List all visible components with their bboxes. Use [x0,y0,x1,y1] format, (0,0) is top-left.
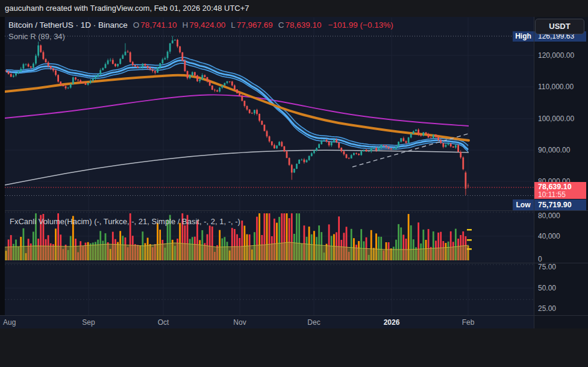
indicator-legend-sonic-r[interactable]: Sonic R (89, 34) [8,32,65,41]
price-axis-label: 50.00 [538,284,556,292]
sonicr-dragon-fill [6,57,468,152]
attribution-text: gaucuhanh created with TradingView.com, … [5,4,249,13]
price-axis-label: 110,000.00 [538,83,574,91]
time-axis-label: Feb [462,318,475,327]
change-value: −101.99 (−0.13%) [328,20,393,30]
time-axis-label: Oct [158,318,169,327]
symbol-title[interactable]: Bitcoin / TetherUS · 1D · Binance [8,20,128,30]
high-label-badge: High [513,31,534,42]
time-axis-label: 2026 [384,318,400,327]
price-axis-label: 100,000.00 [538,114,574,123]
ohlc-letter: O [133,20,140,30]
attribution-bar: gaucuhanh created with TradingView.com, … [0,0,588,17]
low-label-badge: Low [513,199,534,210]
time-axis-label: Dec [307,318,320,327]
long-ma-line [5,150,469,185]
ohlc-letter: L [231,20,236,30]
chart-canvas[interactable] [0,0,588,367]
indicator-legend-volume[interactable]: FxCanli Volume(Hacim) (-, Turkce, -, 21,… [10,217,240,226]
tradingview-chart-screenshot: gaucuhanh created with TradingView.com, … [0,0,588,367]
price-axis-label: 75.00 [538,263,556,271]
bar-countdown: 10:11:55 [538,191,586,199]
currency-toggle-button[interactable]: USDT [535,19,584,34]
volume-level-mark [467,248,472,250]
time-axis-label: Nov [233,318,246,327]
time-axis-label: Aug [3,318,16,327]
ohlc-letter: H [182,20,188,30]
grid-lines [5,17,534,315]
footer-bar: TradingView ❖ @ Hathuy [0,328,588,367]
main-pane [5,36,469,195]
time-axis-label: Sep [82,318,95,327]
ohlc-letter: C [278,20,284,30]
ohlc-value: 78,639.10 [286,20,322,30]
ohlc-value: 79,424.00 [189,20,225,30]
ema89-line [5,75,469,140]
price-axis-label: 120,000.00 [538,51,574,60]
price-axis-label: 25.00 [538,304,556,313]
price-axis-label: 0 [538,255,542,263]
price-level-lines [5,36,534,196]
candles-layer [5,36,469,195]
last-price-badge: 78,639.10 10:11:55 [534,182,586,199]
price-axis-label: 40,000 [538,232,560,240]
ohlc-value: 77,967.69 [237,20,273,30]
left-margin [0,17,5,315]
ohlc-values: O78,741.10H79,424.00L77,967.69C78,639.10 [133,20,327,30]
last-price-value: 78,639.10 [538,183,586,191]
price-axis-label: 80,000 [538,212,560,220]
ohlc-value: 78,741.10 [140,20,177,30]
sonicr-mid-line [6,60,468,149]
symbol-legend: Bitcoin / TetherUS · 1D · BinanceO78,741… [8,20,395,30]
ema200-line [5,95,469,126]
low-value-badge: 75,719.90 [534,199,586,210]
volume-level-mark [467,229,472,231]
volume-level-mark [467,239,472,241]
price-axis-label: 90,000.00 [538,146,570,154]
